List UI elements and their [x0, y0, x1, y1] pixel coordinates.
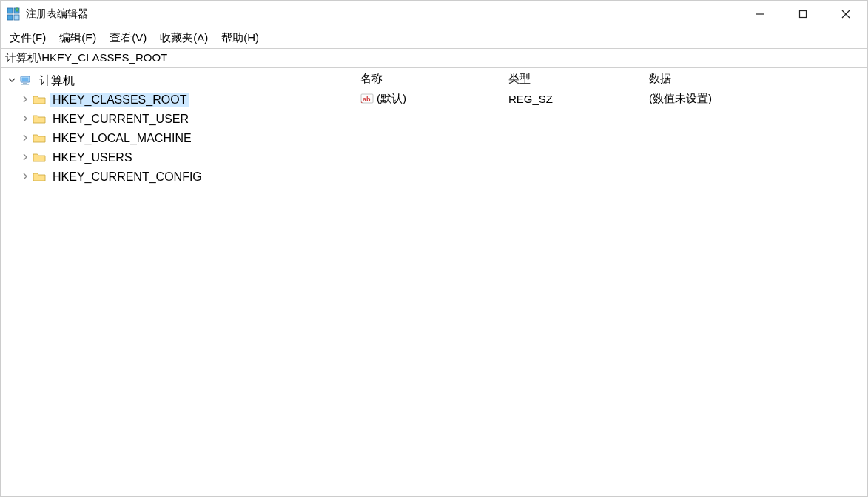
- menu-favorites[interactable]: 收藏夹(A): [154, 30, 214, 47]
- tree-item-label: HKEY_CURRENT_USER: [50, 112, 192, 127]
- string-value-icon: ab: [360, 93, 374, 104]
- menu-help[interactable]: 帮助(H): [215, 30, 265, 47]
- svg-rect-10: [22, 78, 29, 81]
- list-row[interactable]: ab (默认) REG_SZ (数值未设置): [354, 89, 867, 108]
- menu-view[interactable]: 查看(V): [104, 30, 152, 47]
- column-header-data[interactable]: 数据: [643, 69, 867, 89]
- chevron-down-icon[interactable]: [5, 76, 18, 86]
- chevron-right-icon[interactable]: [18, 153, 32, 163]
- value-data: (数值未设置): [643, 90, 867, 107]
- titlebar: 注册表编辑器: [1, 1, 867, 27]
- regedit-icon: [7, 7, 20, 21]
- tree-item-hku[interactable]: HKEY_USERS: [1, 148, 354, 167]
- tree-root-label: 计算机: [36, 73, 78, 90]
- folder-icon: [32, 151, 47, 164]
- value-type: REG_SZ: [502, 91, 643, 107]
- menu-file[interactable]: 文件(F): [4, 30, 52, 47]
- svg-text:ab: ab: [363, 96, 371, 103]
- addressbar[interactable]: 计算机\HKEY_CLASSES_ROOT: [1, 48, 867, 68]
- svg-rect-11: [23, 83, 27, 84]
- content-area: 计算机 HKEY_CLASSES_ROOT HKEY_CURRENT_USER: [1, 68, 867, 496]
- window-title: 注册表编辑器: [26, 7, 88, 21]
- svg-rect-3: [14, 15, 19, 20]
- list-header: 名称 类型 数据: [354, 68, 867, 89]
- tree-item-label: HKEY_LOCAL_MACHINE: [50, 131, 195, 146]
- tree-item-label: HKEY_USERS: [50, 150, 135, 165]
- svg-point-4: [16, 8, 18, 11]
- svg-rect-2: [7, 15, 13, 20]
- tree-item-label: HKEY_CURRENT_CONFIG: [50, 170, 205, 184]
- minimize-button[interactable]: [739, 1, 781, 27]
- tree-item-hkcu[interactable]: HKEY_CURRENT_USER: [1, 110, 354, 129]
- tree-item-hkcc[interactable]: HKEY_CURRENT_CONFIG: [1, 167, 354, 187]
- chevron-right-icon[interactable]: [18, 133, 32, 144]
- tree-item-label: HKEY_CLASSES_ROOT: [50, 93, 189, 107]
- column-header-name[interactable]: 名称: [354, 69, 502, 89]
- menubar: 文件(F) 编辑(E) 查看(V) 收藏夹(A) 帮助(H): [1, 27, 867, 48]
- tree-item-hklm[interactable]: HKEY_LOCAL_MACHINE: [1, 129, 354, 148]
- close-button[interactable]: [824, 1, 867, 27]
- value-name: (默认): [377, 92, 406, 106]
- folder-icon: [32, 113, 47, 126]
- menu-edit[interactable]: 编辑(E): [53, 30, 102, 47]
- svg-rect-6: [800, 11, 807, 18]
- chevron-right-icon[interactable]: [18, 114, 32, 124]
- tree-root[interactable]: 计算机: [1, 71, 354, 90]
- column-header-type[interactable]: 类型: [502, 69, 643, 89]
- computer-icon: [18, 74, 33, 87]
- address-path: 计算机\HKEY_CLASSES_ROOT: [5, 51, 167, 64]
- tree-pane[interactable]: 计算机 HKEY_CLASSES_ROOT HKEY_CURRENT_USER: [1, 68, 354, 496]
- svg-rect-12: [21, 84, 29, 85]
- chevron-right-icon[interactable]: [18, 95, 32, 105]
- folder-icon: [32, 170, 47, 184]
- folder-icon: [32, 132, 47, 145]
- maximize-button[interactable]: [781, 1, 824, 27]
- chevron-right-icon[interactable]: [18, 172, 32, 182]
- tree-item-hkcr[interactable]: HKEY_CLASSES_ROOT: [1, 90, 354, 110]
- svg-rect-0: [7, 8, 13, 13]
- window-controls: [739, 1, 867, 27]
- folder-icon: [32, 93, 47, 107]
- list-pane[interactable]: 名称 类型 数据 ab (默认) REG_SZ (数值未设置): [354, 68, 867, 496]
